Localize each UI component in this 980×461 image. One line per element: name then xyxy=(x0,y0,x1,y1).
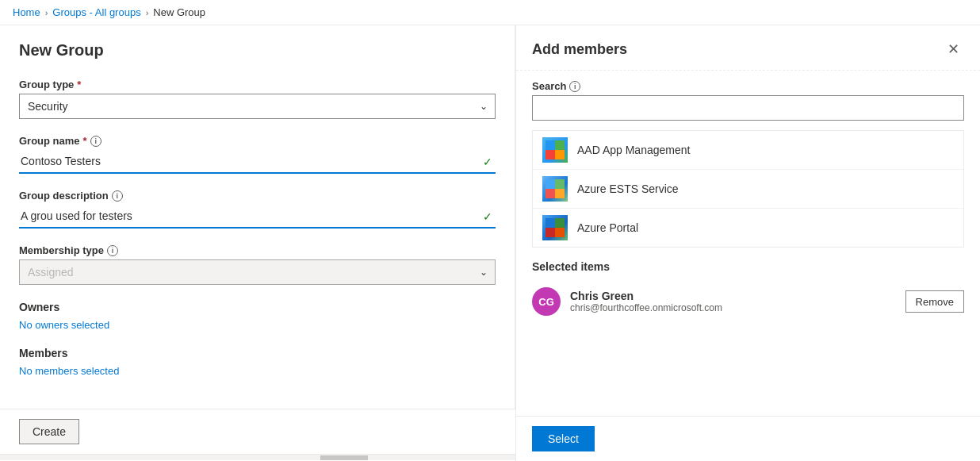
selected-item-name: Chris Green xyxy=(570,290,896,302)
scrollbar-thumb xyxy=(320,455,368,460)
group-type-label: Group type * xyxy=(19,79,496,90)
members-label: Members xyxy=(19,347,496,359)
required-star-type: * xyxy=(77,79,81,90)
breadcrumb: Home › Groups - All groups › New Group xyxy=(0,0,980,25)
membership-type-label: Membership type i xyxy=(19,244,496,256)
group-description-field: Group description i ✓ xyxy=(19,190,496,229)
left-panel: New Group Group type * Security Microsof… xyxy=(0,25,515,409)
group-description-input[interactable] xyxy=(19,205,496,229)
group-name-label: Group name * i xyxy=(19,135,496,147)
info-icon-name: i xyxy=(90,136,101,147)
members-field: Members No members selected xyxy=(19,347,496,377)
search-wrapper: 🔍 xyxy=(532,95,964,121)
group-name-input[interactable] xyxy=(19,150,496,174)
app-icon-3 xyxy=(542,215,568,240)
search-input[interactable] xyxy=(532,95,964,121)
owners-link[interactable]: No owners selected xyxy=(19,319,109,331)
owners-field: Owners No owners selected xyxy=(19,301,496,331)
list-item[interactable]: AAD App Management xyxy=(533,131,963,170)
breadcrumb-current: New Group xyxy=(153,6,205,18)
remove-button[interactable]: Remove xyxy=(905,290,964,313)
membership-type-select[interactable]: Assigned xyxy=(19,259,496,285)
svg-rect-6 xyxy=(546,189,555,198)
group-type-field: Group type * Security Microsoft 365 ⌄ xyxy=(19,79,496,119)
app-name-2: Azure ESTS Service xyxy=(577,182,679,195)
panel-footer: Select xyxy=(516,416,980,461)
panel-header: Add members ✕ xyxy=(516,25,980,71)
svg-rect-9 xyxy=(555,218,565,228)
breadcrumb-groups[interactable]: Groups - All groups xyxy=(52,6,140,18)
membership-type-select-wrapper: Assigned ⌄ xyxy=(19,259,496,285)
info-icon-desc: i xyxy=(112,190,123,202)
search-label: Search i xyxy=(532,80,964,92)
selected-item-email: chris@fourthcoffee.onmicrosoft.com xyxy=(570,302,896,313)
svg-rect-5 xyxy=(555,179,565,189)
panel-body: Search i 🔍 xyxy=(516,71,980,416)
bottom-bar: Create xyxy=(0,409,515,454)
group-type-select[interactable]: Security Microsoft 365 xyxy=(19,94,496,119)
group-type-select-wrapper: Security Microsoft 365 ⌄ xyxy=(19,94,496,119)
search-results-list: AAD App Management Azure ESTS Service xyxy=(532,130,964,248)
selected-items-label: Selected items xyxy=(532,260,964,273)
svg-rect-10 xyxy=(546,228,555,237)
checkmark-icon: ✓ xyxy=(483,156,492,168)
app-name-1: AAD App Management xyxy=(577,144,690,156)
svg-rect-0 xyxy=(546,140,555,150)
svg-rect-2 xyxy=(546,150,555,159)
app-name-3: Azure Portal xyxy=(577,221,638,234)
info-icon-membership: i xyxy=(107,245,118,256)
panel-title: Add members xyxy=(532,41,627,58)
select-button[interactable]: Select xyxy=(532,426,595,451)
svg-rect-7 xyxy=(555,189,565,198)
group-description-label: Group description i xyxy=(19,190,496,202)
svg-rect-8 xyxy=(546,218,555,228)
owners-label: Owners xyxy=(19,301,496,313)
horizontal-scrollbar[interactable] xyxy=(0,454,515,460)
avatar: CG xyxy=(532,287,561,316)
app-icon-2 xyxy=(542,176,568,202)
close-button[interactable]: ✕ xyxy=(942,38,964,60)
svg-rect-3 xyxy=(555,150,565,159)
add-members-panel: Add members ✕ Search i 🔍 xyxy=(515,25,980,461)
breadcrumb-sep-1: › xyxy=(45,8,48,17)
create-button[interactable]: Create xyxy=(19,419,79,444)
selected-item-info: Chris Green chris@fourthcoffee.onmicroso… xyxy=(570,290,896,313)
svg-rect-4 xyxy=(546,179,555,189)
selected-item: CG Chris Green chris@fourthcoffee.onmicr… xyxy=(532,281,964,322)
list-item[interactable]: Azure Portal xyxy=(533,209,963,247)
breadcrumb-sep-2: › xyxy=(146,8,149,17)
breadcrumb-home[interactable]: Home xyxy=(13,6,40,18)
app-icon-1 xyxy=(542,137,568,163)
list-item[interactable]: Azure ESTS Service xyxy=(533,170,963,209)
membership-type-field: Membership type i Assigned ⌄ xyxy=(19,244,496,285)
members-link[interactable]: No members selected xyxy=(19,365,119,377)
required-star-name: * xyxy=(83,135,87,147)
group-description-input-wrapper: ✓ xyxy=(19,205,496,229)
page-title: New Group xyxy=(19,41,496,60)
checkmark-icon-desc: ✓ xyxy=(483,210,492,223)
info-icon-search: i xyxy=(569,81,580,92)
svg-rect-11 xyxy=(555,228,565,237)
group-name-field: Group name * i ✓ xyxy=(19,135,496,174)
svg-rect-1 xyxy=(555,140,565,150)
group-name-input-wrapper: ✓ xyxy=(19,150,496,174)
